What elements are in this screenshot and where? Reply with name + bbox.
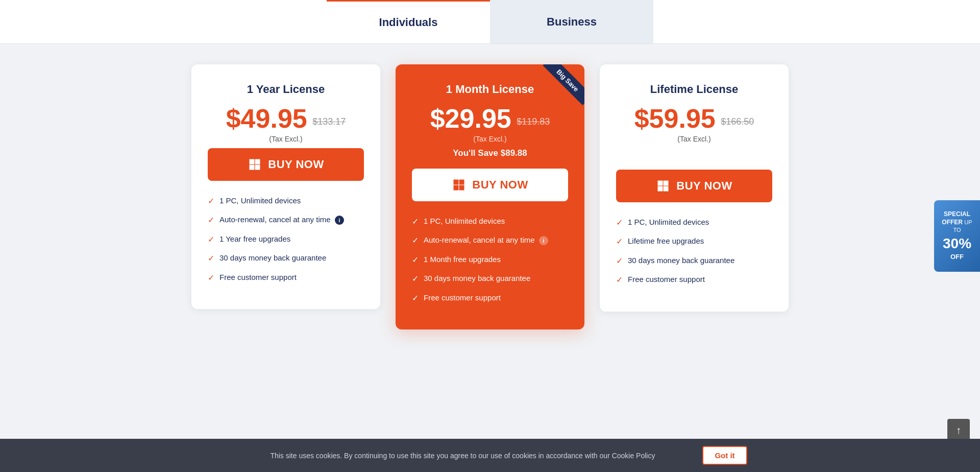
savings-text-month: You'll Save $89.88 — [412, 148, 568, 158]
feature-year-3: ✓ 30 days money back guarantee — [208, 252, 364, 264]
pricing-section: 1 Year License $49.95 $133.17 (Tax Excl.… — [133, 44, 847, 360]
price-tax-lifetime: (Tax Excl.) — [616, 135, 772, 143]
check-icon-year-1: ✓ — [208, 215, 214, 226]
feature-lifetime-1: ✓ Lifetime free upgrades — [616, 235, 772, 247]
info-icon-year-1[interactable]: i — [335, 216, 344, 225]
features-list-lifetime: ✓ 1 PC, Unlimited devices ✓ Lifetime fre… — [616, 217, 772, 286]
special-offer-line2: OFFER — [942, 219, 963, 226]
special-offer-pct-sign: % — [959, 235, 971, 251]
feature-month-4: ✓ Free customer support — [412, 292, 568, 304]
cookie-bar: This site uses cookies. By continuing to… — [0, 439, 980, 472]
special-offer-percent: 30% — [941, 234, 973, 253]
feature-text-year-1: Auto-renewal, cancel at any time i — [219, 214, 344, 225]
buy-label-lifetime: BUY NOW — [676, 179, 732, 193]
check-icon-month-2: ✓ — [412, 254, 419, 266]
plan-card-lifetime: Lifetime License $59.95 $166.50 (Tax Exc… — [600, 64, 789, 312]
scroll-top-icon: ↑ — [956, 424, 961, 436]
feature-year-4: ✓ Free customer support — [208, 272, 364, 284]
feature-text-lifetime-0: 1 PC, Unlimited devices — [628, 217, 709, 227]
plan-card-month: Big Save 1 Month License $29.95 $119.83 … — [396, 64, 584, 329]
check-icon-lifetime-1: ✓ — [616, 236, 623, 247]
feature-month-1: ✓ Auto-renewal, cancel at any time i — [412, 234, 568, 246]
feature-year-2: ✓ 1 Year free upgrades — [208, 233, 364, 245]
check-icon-year-0: ✓ — [208, 196, 214, 207]
price-original-lifetime: $166.50 — [721, 116, 754, 127]
price-tax-month: (Tax Excl.) — [412, 135, 568, 143]
check-icon-lifetime-2: ✓ — [616, 255, 623, 267]
price-main-month: $29.95 — [430, 105, 511, 132]
special-offer-off: OFF — [950, 253, 964, 261]
buy-button-month[interactable]: BUY NOW — [412, 169, 568, 201]
windows-icon-month — [452, 178, 466, 192]
feature-text-lifetime-3: Free customer support — [628, 274, 705, 285]
feature-lifetime-0: ✓ 1 PC, Unlimited devices — [616, 217, 772, 228]
plan-title-lifetime: Lifetime License — [616, 83, 772, 96]
feature-text-lifetime-2: 30 days money back guarantee — [628, 255, 734, 266]
features-list-month: ✓ 1 PC, Unlimited devices ✓ Auto-renewal… — [412, 216, 568, 304]
price-main-lifetime: $59.95 — [634, 105, 716, 132]
features-list-year: ✓ 1 PC, Unlimited devices ✓ Auto-renewal… — [208, 195, 364, 284]
ribbon-month: Big Save — [533, 64, 584, 115]
check-icon-lifetime-0: ✓ — [616, 217, 623, 228]
check-icon-month-1: ✓ — [412, 235, 419, 246]
tab-individuals[interactable]: Individuals — [327, 0, 490, 43]
feature-lifetime-2: ✓ 30 days money back guarantee — [616, 255, 772, 267]
feature-text-lifetime-1: Lifetime free upgrades — [628, 235, 704, 246]
plan-title-year: 1 Year License — [208, 83, 364, 96]
check-icon-month-3: ✓ — [412, 273, 419, 285]
price-original-month: $119.83 — [517, 116, 550, 127]
feature-text-year-3: 30 days money back guarantee — [219, 252, 326, 263]
windows-icon-lifetime — [656, 179, 670, 193]
feature-text-month-1: Auto-renewal, cancel at any time i — [424, 234, 548, 245]
tabs-section: Individuals Business — [0, 0, 980, 44]
scroll-top-button[interactable]: ↑ — [947, 419, 970, 441]
plan-card-year: 1 Year License $49.95 $133.17 (Tax Excl.… — [191, 64, 380, 309]
check-icon-year-2: ✓ — [208, 234, 214, 245]
feature-text-year-2: 1 Year free upgrades — [219, 233, 290, 244]
check-icon-year-3: ✓ — [208, 253, 214, 264]
cookie-accept-button[interactable]: Got it — [702, 446, 747, 465]
buy-button-lifetime[interactable]: BUY NOW — [616, 170, 772, 202]
feature-text-month-4: Free customer support — [424, 292, 501, 303]
feature-lifetime-3: ✓ Free customer support — [616, 274, 772, 286]
ribbon-text-month: Big Save — [543, 64, 584, 105]
feature-text-month-2: 1 Month free upgrades — [424, 254, 501, 265]
feature-month-0: ✓ 1 PC, Unlimited devices — [412, 216, 568, 227]
buy-button-year[interactable]: BUY NOW — [208, 148, 364, 181]
feature-year-0: ✓ 1 PC, Unlimited devices — [208, 195, 364, 207]
windows-icon-year — [248, 157, 262, 172]
price-block-lifetime: $59.95 $166.50 — [616, 105, 772, 132]
price-original-year: $133.17 — [312, 116, 346, 127]
feature-month-2: ✓ 1 Month free upgrades — [412, 254, 568, 266]
buy-label-month: BUY NOW — [472, 178, 528, 192]
feature-month-3: ✓ 30 days money back guarantee — [412, 273, 568, 285]
buy-label-year: BUY NOW — [268, 158, 324, 171]
feature-text-year-0: 1 PC, Unlimited devices — [219, 195, 301, 206]
info-icon-month-1[interactable]: i — [539, 236, 548, 245]
feature-text-month-0: 1 PC, Unlimited devices — [424, 216, 505, 226]
check-icon-lifetime-3: ✓ — [616, 274, 623, 286]
check-icon-year-4: ✓ — [208, 272, 214, 284]
price-main-year: $49.95 — [226, 105, 307, 132]
cookie-text: This site uses cookies. By continuing to… — [233, 452, 692, 460]
feature-year-1: ✓ Auto-renewal, cancel at any time i — [208, 214, 364, 226]
special-offer-line1: SPECIAL — [944, 210, 970, 218]
special-offer-badge[interactable]: SPECIAL OFFER UP TO 30% OFF — [934, 200, 980, 272]
feature-text-month-3: 30 days money back guarantee — [424, 273, 530, 284]
price-tax-year: (Tax Excl.) — [208, 135, 364, 143]
price-block-year: $49.95 $133.17 — [208, 105, 364, 132]
tab-business[interactable]: Business — [490, 0, 653, 43]
check-icon-month-0: ✓ — [412, 216, 419, 227]
check-icon-month-4: ✓ — [412, 293, 419, 304]
feature-text-year-4: Free customer support — [219, 272, 297, 282]
